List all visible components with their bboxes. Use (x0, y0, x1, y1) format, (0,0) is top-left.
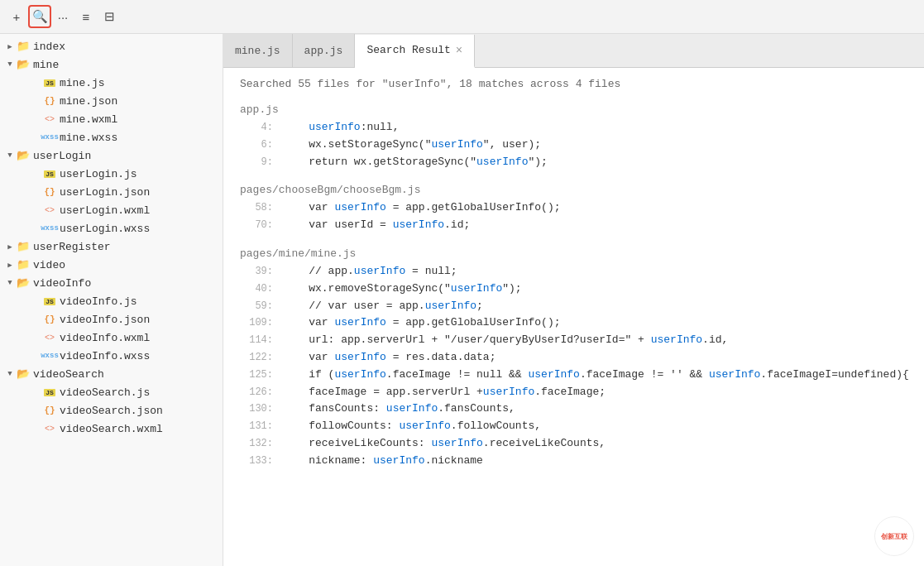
sidebar-item-label: userLogin.wxss (60, 223, 150, 235)
sidebar-item-label: videoInfo.js (60, 295, 137, 308)
sidebar-item-userregister[interactable]: 📁 userRegister (0, 237, 223, 256)
tab-mine-js[interactable]: mine.js (223, 34, 293, 67)
line-number: 114: (240, 333, 273, 348)
sidebar-item-label: videoInfo.json (60, 314, 150, 326)
code-text: // var user = app.userInfo; (283, 298, 483, 315)
arrow-icon (3, 40, 17, 53)
sidebar-item-videoinfo[interactable]: 📂 videoInfo (0, 274, 223, 292)
sidebar-item-videoinfo-json[interactable]: {} videoInfo.json (0, 310, 223, 329)
tab-search-result[interactable]: Search Result × (355, 35, 475, 68)
code-text: fansCounts: userInfo.fansCounts, (283, 401, 515, 418)
code-text: if (userInfo.faceImage != null && userIn… (283, 367, 909, 384)
code-text: receiveLikeCounts: userInfo.receiveLikeC… (283, 435, 606, 453)
leaf-icon (30, 331, 43, 344)
line-number: 125: (240, 367, 273, 383)
sidebar-item-videoinfo-wxss[interactable]: wxss videoInfo.wxss (0, 347, 223, 365)
wxml-icon: <> (43, 422, 56, 435)
sidebar-item-video[interactable]: 📁 video (0, 256, 223, 274)
tab-label: app.js (304, 45, 343, 57)
folder-icon: 📂 (17, 149, 30, 162)
code-line: 109: var userInfo = app.getGlobalUserInf… (240, 314, 907, 332)
search-icon: 🔍 (32, 9, 48, 24)
code-line: 114: url: app.serverUrl + "/user/queryBy… (240, 332, 907, 349)
wxss-icon: wxss (43, 349, 56, 362)
leaf-icon (30, 167, 43, 180)
js-icon: JS (43, 167, 56, 180)
code-text: var userInfo = app.getGlobalUserInfo(); (283, 199, 560, 217)
line-number: 40: (240, 281, 273, 297)
line-number: 4: (240, 120, 273, 136)
line-number: 132: (240, 436, 273, 452)
layout-icon: ⊟ (104, 9, 115, 24)
line-number: 70: (240, 218, 273, 233)
main-area: 📁 index 📂 mine JS mine.js {} mine.json <… (0, 34, 924, 566)
sidebar-item-mine-json[interactable]: {} mine.json (0, 92, 223, 110)
tab-close-icon[interactable]: × (456, 45, 462, 56)
leaf-icon (30, 386, 43, 399)
line-number: 39: (240, 264, 273, 280)
sidebar-item-mine[interactable]: 📂 mine (0, 55, 223, 74)
sidebar-item-label: mine.wxml (60, 113, 117, 126)
sidebar-item-label: mine.js (60, 77, 105, 89)
sidebar-item-videosearch-js[interactable]: JS videoSearch.js (0, 383, 223, 401)
file-section-minejs: pages/mine/mine.js 39: // app.userInfo =… (240, 247, 907, 470)
sidebar-item-videosearch-json[interactable]: {} videoSearch.json (0, 401, 223, 420)
add-button[interactable]: + (5, 5, 28, 28)
code-text: var userInfo = app.getGlobalUserInfo(); (283, 314, 560, 332)
code-text: var userInfo = res.data.data; (283, 349, 496, 367)
code-text: wx.removeStorageSync("userInfo"); (283, 281, 522, 298)
layout-button[interactable]: ⊟ (98, 5, 121, 28)
more-icon: ··· (58, 10, 69, 24)
sidebar-item-userlogin-wxml[interactable]: <> userLogin.wxml (0, 201, 223, 219)
sidebar-item-userlogin-js[interactable]: JS userLogin.js (0, 165, 223, 183)
leaf-icon (30, 76, 43, 89)
code-line: 132: receiveLikeCounts: userInfo.receive… (240, 435, 907, 453)
sidebar-item-label: videoSearch.json (60, 405, 163, 417)
folder-icon: 📂 (17, 276, 30, 290)
line-number: 59: (240, 299, 273, 314)
sidebar-item-mine-wxss[interactable]: wxss mine.wxss (0, 128, 223, 146)
wxml-icon: <> (43, 331, 56, 344)
leaf-icon (30, 94, 43, 108)
sidebar-item-mine-js[interactable]: JS mine.js (0, 74, 223, 92)
arrow-icon (3, 276, 17, 290)
leaf-icon (30, 422, 43, 435)
wxss-icon: wxss (43, 222, 56, 235)
folder-icon: 📁 (17, 40, 30, 53)
line-number: 122: (240, 350, 273, 366)
list-button[interactable]: ≡ (74, 5, 98, 28)
line-number: 109: (240, 315, 273, 331)
js-icon: JS (43, 386, 56, 399)
sidebar-item-mine-wxml[interactable]: <> mine.wxml (0, 110, 223, 128)
folder-icon: 📂 (17, 367, 30, 381)
wxml-icon: <> (43, 204, 56, 217)
arrow-icon (3, 58, 17, 71)
more-button[interactable]: ··· (51, 5, 74, 28)
leaf-icon (30, 295, 43, 308)
sidebar-item-videoinfo-wxml[interactable]: <> videoInfo.wxml (0, 329, 223, 347)
code-text: var userId = userInfo.id; (283, 217, 470, 234)
sidebar-item-videoinfo-js[interactable]: JS videoInfo.js (0, 292, 223, 310)
tab-app-js[interactable]: app.js (293, 34, 356, 67)
code-line: 133: nickname: userInfo.nickname (240, 453, 907, 470)
code-line: 9: return wx.getStorageSync("userInfo"); (240, 154, 907, 171)
sidebar-item-videosearch[interactable]: 📂 videoSearch (0, 365, 223, 383)
search-button[interactable]: 🔍 (28, 5, 51, 28)
js-icon: JS (43, 295, 56, 308)
line-number: 126: (240, 385, 273, 401)
json-icon: {} (43, 313, 56, 326)
sidebar-item-userlogin[interactable]: 📂 userLogin (0, 146, 223, 165)
code-text: // app.userInfo = null; (283, 263, 457, 281)
sidebar-item-userlogin-json[interactable]: {} userLogin.json (0, 183, 223, 201)
sidebar-item-index[interactable]: 📁 index (0, 37, 223, 55)
sidebar-item-label: videoSearch.js (60, 386, 150, 399)
folder-icon: 📂 (17, 58, 30, 71)
tab-label: Search Result (366, 44, 450, 56)
sidebar-item-userlogin-wxss[interactable]: wxss userLogin.wxss (0, 219, 223, 237)
leaf-icon (30, 185, 43, 199)
sidebar-item-videosearch-wxml[interactable]: <> videoSearch.wxml (0, 420, 223, 438)
sidebar-item-label: userLogin.wxml (60, 204, 150, 217)
code-line: 40: wx.removeStorageSync("userInfo"); (240, 281, 907, 298)
toolbar: + 🔍 ··· ≡ ⊟ (0, 0, 924, 34)
arrow-icon (3, 149, 17, 162)
